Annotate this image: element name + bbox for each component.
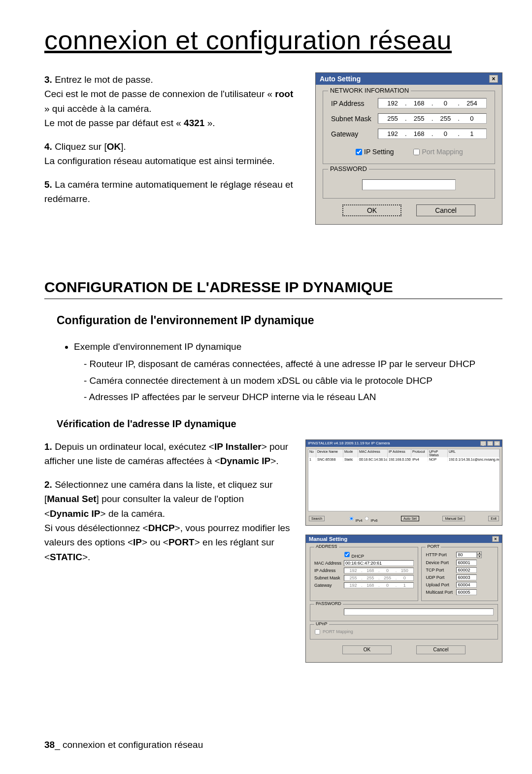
cell[interactable]: 00:16:6C:14:38:1c [358, 457, 388, 462]
ip-setting-checkbox[interactable]: IP Setting [356, 148, 394, 156]
port-label: Upload Port [426, 582, 456, 587]
password-fieldset: PASSWORD [323, 169, 495, 199]
installer-title-text: IPINSTALLER v4.18 2009.11.19 for IP Came… [308, 441, 390, 446]
close-icon[interactable]: × [494, 441, 500, 446]
port-mapping-checkbox[interactable]: Port Mapping [413, 148, 463, 156]
minimize-icon[interactable]: _ [480, 441, 486, 446]
ip-row: Gateway192.168.0.1 [331, 129, 487, 139]
cell[interactable]: SNC-B5368 [316, 457, 343, 462]
subheading: Configuration de l'environnement IP dyna… [57, 314, 502, 327]
manual-ip-label: Subnet Mask [314, 575, 344, 580]
cell[interactable]: 192.168.0.150 [388, 457, 411, 462]
cancel-button[interactable]: Cancel [416, 204, 475, 216]
manual-password-input[interactable] [344, 608, 494, 615]
port-fieldset: PORT HTTP Port80▲▼Device Port60001TCP Po… [421, 547, 498, 601]
col-header: Protocol [411, 449, 428, 457]
cell[interactable]: Static [343, 457, 358, 462]
port-row: Multicast Port60005 [426, 589, 494, 595]
port-row: Upload Port60004 [426, 582, 494, 588]
step-item: 4. Cliquez sur [OK].La configuration rés… [44, 139, 300, 168]
page-title: connexion et configuration réseau [44, 25, 502, 55]
password-input[interactable] [362, 179, 456, 190]
manual-password-legend: PASSWORD [314, 601, 343, 606]
network-info-legend: NETWORK INFORMATION [328, 87, 411, 94]
spinner-icon[interactable]: ▲▼ [477, 551, 482, 558]
port-value[interactable]: 60002 [456, 567, 477, 573]
port-row: HTTP Port80▲▼ [426, 551, 494, 558]
manual-set-button[interactable]: Manual Set [442, 516, 465, 521]
ip-setting-input[interactable] [356, 149, 362, 155]
footer-text: connexion et configuration réseau [60, 740, 203, 750]
password-legend: PASSWORD [328, 165, 369, 172]
ipv4-radio[interactable]: IPv4 [348, 519, 363, 522]
exit-button[interactable]: Exit [488, 516, 499, 521]
port-mapping-input[interactable] [413, 149, 420, 155]
close-icon[interactable]: × [492, 536, 499, 542]
search-button[interactable]: Search [309, 516, 325, 521]
port-label: HTTP Port [426, 552, 456, 557]
manual-password-fieldset: PASSWORD [310, 604, 498, 621]
dash-item: Caméra connectée directement à un modem … [84, 373, 502, 388]
port-value[interactable]: 60004 [456, 582, 477, 588]
dialog-titlebar: Auto Setting × [316, 73, 502, 85]
page-number: 38 [44, 740, 55, 750]
manual-ip-row: Gateway192.168.0.1 [314, 582, 414, 588]
address-legend: ADDRESS [314, 544, 339, 549]
port-row: TCP Port60002 [426, 567, 494, 573]
col-header: MAC Address [358, 449, 388, 457]
ip-input[interactable]: 255.255.255.0 [378, 113, 487, 124]
step-list-bottom: 1. Depuis un ordinateur local, exécutez … [44, 439, 291, 565]
ip-mode-radios: IPv4 IPv6 [348, 515, 378, 522]
port-value[interactable]: 60001 [456, 560, 477, 566]
ip-row-label: Subnet Mask [331, 115, 378, 123]
ip-row: IP Address192.168.0.254 [331, 98, 487, 108]
maximize-icon[interactable]: □ [487, 441, 493, 446]
manual-ip-input[interactable]: 255.255.255.0 [344, 575, 414, 581]
upnp-fieldset: UPnP PORT Mapping [310, 624, 498, 639]
manual-cancel-button[interactable]: Cancel [416, 645, 466, 654]
bullet-lead: Exemple d'environnement IP dynamique [74, 341, 241, 352]
step-item: 5. La caméra termine automatiquement le … [44, 177, 300, 206]
col-header: Mode [343, 449, 358, 457]
port-value[interactable]: 80 [456, 552, 477, 558]
port-label: TCP Port [426, 568, 456, 572]
manual-ip-row: IP Address192.168.0.150 [314, 568, 414, 573]
port-label: UDP Port [426, 575, 456, 580]
dhcp-checkbox[interactable]: DHCP [344, 551, 364, 559]
manual-ip-row: Subnet Mask255.255.255.0 [314, 575, 414, 581]
col-header: IP Address [388, 449, 411, 457]
manual-ok-button[interactable]: OK [342, 645, 392, 654]
network-info-fieldset: NETWORK INFORMATION IP Address192.168.0.… [323, 91, 495, 164]
cell[interactable]: NOP [428, 457, 448, 462]
step-list-top: 3. Entrez le mot de passe.Ceci est le mo… [44, 72, 300, 206]
port-mapping-label: Port Mapping [422, 148, 463, 156]
manual-setting-dialog: Manual Setting × ADDRESS DHCP MAC Addres… [305, 535, 502, 663]
manual-ip-input[interactable]: 192.168.0.1 [344, 582, 414, 588]
auto-setting-dialog: Auto Setting × NETWORK INFORMATION IP Ad… [315, 72, 502, 225]
manual-ip-label: Gateway [314, 583, 344, 588]
ip-input[interactable]: 192.168.0.254 [378, 98, 487, 108]
manual-ip-input[interactable]: 192.168.0.150 [344, 568, 414, 573]
auto-set-button[interactable]: Auto Set [401, 516, 419, 521]
upnp-port-mapping-checkbox[interactable]: PORT Mapping [314, 629, 494, 635]
close-icon[interactable]: × [489, 75, 498, 83]
port-value[interactable]: 60005 [456, 589, 477, 595]
dash-list: Routeur IP, disposant de caméras connect… [84, 357, 502, 404]
step-item: 3. Entrez le mot de passe.Ceci est le mo… [44, 72, 300, 131]
dash-item: Routeur IP, disposant de caméras connect… [84, 357, 502, 371]
port-value[interactable]: 60003 [456, 574, 477, 580]
ok-button[interactable]: OK [342, 204, 401, 216]
dialog-title-text: Auto Setting [320, 75, 361, 83]
mac-value: 00:16:6C:47:20:61 [344, 560, 414, 566]
cell[interactable]: 1 [308, 457, 316, 462]
port-label: Multicast Port [426, 590, 456, 595]
ip-input[interactable]: 192.168.0.1 [378, 129, 487, 139]
cell[interactable]: 192.0.1/14.38.1c@snc.nvsang.net1 [448, 457, 499, 462]
col-header: Device Name [316, 449, 343, 457]
ip-installer-window: IPINSTALLER v4.18 2009.11.19 for IP Came… [305, 439, 502, 526]
step-item: 2. Sélectionnez une caméra dans la liste… [44, 477, 291, 565]
cell[interactable]: IPv4 [411, 457, 428, 462]
ipv6-radio[interactable]: IPv6 [364, 519, 378, 522]
installer-titlebar: IPINSTALLER v4.18 2009.11.19 for IP Came… [306, 440, 502, 447]
dash-item: Adresses IP affectées par le serveur DHC… [84, 390, 502, 404]
